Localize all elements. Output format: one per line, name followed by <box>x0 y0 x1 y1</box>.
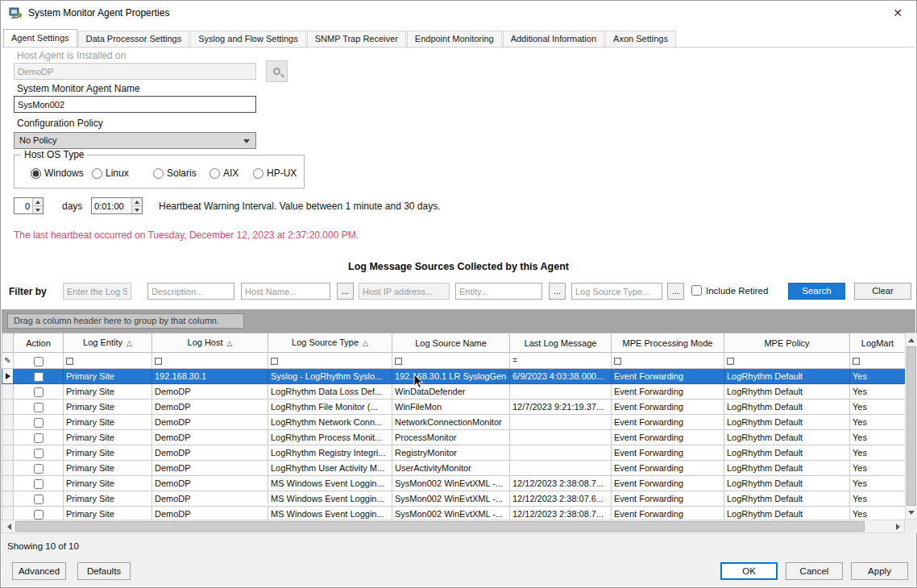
tab-additional-information[interactable]: Additional Information <box>503 31 604 47</box>
col-log-source-type[interactable]: Log Source Type△ <box>268 333 392 353</box>
action-cell[interactable] <box>14 430 64 445</box>
action-cell[interactable] <box>14 461 64 476</box>
filter-log-source-type-cell[interactable] <box>268 353 392 369</box>
row-checkbox[interactable] <box>34 372 44 382</box>
row-checkbox[interactable] <box>34 418 44 428</box>
filter-logmart-cell[interactable] <box>850 353 906 369</box>
table-row[interactable]: Primary Site DemoDP LogRhythm Process Mo… <box>2 430 906 445</box>
cell-log-host[interactable]: DemoDP <box>152 384 268 400</box>
action-cell[interactable] <box>14 415 64 430</box>
filter-log-source-name-cell[interactable] <box>392 353 510 369</box>
tab-syslog-flow-settings[interactable]: Syslog and Flow Settings <box>190 31 306 47</box>
cell-log-source-type[interactable]: LogRhythm Process Monit... <box>268 430 392 445</box>
cell-mpe-processing-mode[interactable]: Event Forwarding <box>612 384 724 400</box>
tab-agent-settings[interactable]: Agent Settings <box>3 29 77 47</box>
cell-log-entity[interactable]: Primary Site <box>64 445 152 461</box>
spin-up-button[interactable] <box>132 198 142 205</box>
cell-logmart[interactable]: Yes <box>850 445 906 461</box>
heartbeat-days-spinner[interactable] <box>14 197 44 214</box>
groupby-bar[interactable]: Drag a column header here to group by th… <box>2 309 915 333</box>
search-button[interactable]: Search <box>788 283 845 300</box>
col-log-entity[interactable]: Log Entity△ <box>64 333 152 353</box>
cell-log-entity[interactable]: Primary Site <box>64 369 152 384</box>
cell-log-source-name[interactable]: UserActivityMonitor <box>392 461 510 476</box>
table-row[interactable]: Primary Site DemoDP LogRhythm User Activ… <box>2 461 906 476</box>
radio-solaris[interactable]: Solaris <box>153 168 197 179</box>
action-cell[interactable] <box>14 400 64 415</box>
cell-log-source-name[interactable]: WinDataDefender <box>392 384 510 400</box>
row-checkbox[interactable] <box>34 510 44 520</box>
apply-button[interactable]: Apply <box>851 562 908 580</box>
table-row[interactable]: Primary Site DemoDP LogRhythm Registry I… <box>2 445 906 461</box>
col-log-host[interactable]: Log Host△ <box>152 333 268 353</box>
filter-last-log-message-cell[interactable]: = <box>510 353 612 369</box>
host-name-browse-button[interactable]: ... <box>337 283 354 300</box>
cell-last-log-message[interactable]: 12/12/2023 2:38:08.7... <box>510 476 612 491</box>
col-mpe-policy[interactable]: MPE Policy <box>724 333 850 353</box>
cell-mpe-policy[interactable]: LogRhythm Default <box>724 491 850 507</box>
cell-log-host[interactable]: DemoDP <box>152 461 268 476</box>
scroll-left-button[interactable] <box>2 520 15 532</box>
scroll-up-button[interactable] <box>906 333 917 346</box>
cell-mpe-policy[interactable]: LogRhythm Default <box>724 384 850 400</box>
include-retired-checkbox[interactable]: Include Retired <box>691 285 768 296</box>
include-retired-input[interactable] <box>691 285 702 296</box>
cell-log-source-name[interactable]: 192.168.30.1 LR SyslogGen <box>392 369 510 384</box>
cell-mpe-processing-mode[interactable]: Event Forwarding <box>612 461 724 476</box>
radio-aix-input[interactable] <box>210 168 220 179</box>
cell-last-log-message[interactable] <box>510 430 612 445</box>
cell-last-log-message[interactable]: 12/12/2023 2:38:07.6... <box>510 491 612 507</box>
cell-last-log-message[interactable] <box>510 384 612 400</box>
col-action[interactable]: Action <box>14 333 64 353</box>
configuration-policy-select[interactable]: No Policy <box>14 132 256 149</box>
cell-log-entity[interactable]: Primary Site <box>64 476 152 491</box>
cell-log-host[interactable]: DemoDP <box>152 476 268 491</box>
radio-aix[interactable]: AIX <box>210 168 239 179</box>
cell-log-source-name[interactable]: NetworkConnectionMonitor <box>392 415 510 430</box>
radio-hpux-input[interactable] <box>253 168 263 179</box>
radio-linux-input[interactable] <box>92 168 102 179</box>
cell-log-host[interactable]: DemoDP <box>152 445 268 461</box>
tab-axon-settings[interactable]: Axon Settings <box>605 31 676 47</box>
action-cell[interactable] <box>14 491 64 507</box>
horizontal-scroll-track[interactable] <box>15 520 891 532</box>
tab-endpoint-monitoring[interactable]: Endpoint Monitoring <box>407 31 502 47</box>
cell-mpe-processing-mode[interactable]: Event Forwarding <box>612 400 724 415</box>
row-checkbox[interactable] <box>34 433 44 443</box>
tab-snmp-trap-receiver[interactable]: SNMP Trap Receiver <box>307 31 406 47</box>
cancel-button[interactable]: Cancel <box>786 562 843 580</box>
filter-edit-cell[interactable]: ✎ <box>2 353 14 369</box>
cell-logmart[interactable]: Yes <box>850 430 906 445</box>
horizontal-scrollbar[interactable] <box>2 520 905 533</box>
cell-log-source-name[interactable]: WinFileMon <box>392 400 510 415</box>
radio-hpux[interactable]: HP-UX <box>253 168 297 179</box>
defaults-button[interactable]: Defaults <box>77 562 131 580</box>
heartbeat-interval-spinner[interactable] <box>91 197 143 214</box>
heartbeat-days-input[interactable] <box>15 198 32 213</box>
cell-log-source-name[interactable]: ProcessMonitor <box>392 430 510 445</box>
row-checkbox[interactable] <box>34 403 44 412</box>
cell-log-source-type[interactable]: LogRhythm Data Loss Def... <box>268 384 392 400</box>
radio-windows[interactable]: Windows <box>31 168 84 179</box>
cell-log-host[interactable]: DemoDP <box>152 430 268 445</box>
cell-log-source-type[interactable]: LogRhythm Network Conn... <box>268 415 392 430</box>
ok-button[interactable]: OK <box>720 562 778 580</box>
vertical-scrollbar[interactable] <box>905 333 917 520</box>
action-cell[interactable] <box>14 476 64 491</box>
vertical-scroll-track[interactable] <box>906 346 917 506</box>
cell-logmart[interactable]: Yes <box>850 400 906 415</box>
filter-mpe-policy-cell[interactable] <box>724 353 850 369</box>
filter-entity-input[interactable] <box>455 283 542 300</box>
row-checkbox[interactable] <box>34 387 44 397</box>
action-cell[interactable] <box>14 384 64 400</box>
cell-mpe-policy[interactable]: LogRhythm Default <box>724 369 850 384</box>
cell-logmart[interactable]: Yes <box>850 369 906 384</box>
col-log-source-name[interactable]: Log Source Name <box>392 333 510 353</box>
cell-log-host[interactable]: 192.168.30.1 <box>152 369 268 384</box>
spin-up-button[interactable] <box>33 198 43 205</box>
cell-log-entity[interactable]: Primary Site <box>64 491 152 507</box>
filter-log-source-type-input[interactable] <box>571 283 662 300</box>
cell-log-source-name[interactable]: SysMon002 WinEvtXML -... <box>392 476 510 491</box>
radio-linux[interactable]: Linux <box>92 168 129 179</box>
filter-host-name-input[interactable] <box>241 283 330 300</box>
